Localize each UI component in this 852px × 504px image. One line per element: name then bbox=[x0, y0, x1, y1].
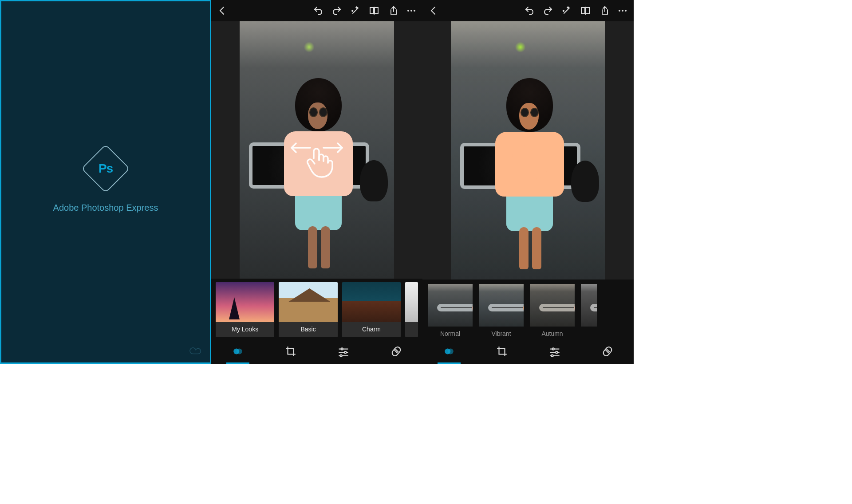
category-label bbox=[405, 322, 418, 330]
thumb-image bbox=[580, 283, 598, 327]
back-icon[interactable] bbox=[427, 4, 440, 17]
filter-label: Autumn bbox=[529, 327, 576, 337]
thumb-image bbox=[529, 283, 576, 327]
thumb-image bbox=[427, 283, 473, 327]
photo-canvas[interactable] bbox=[422, 21, 634, 280]
crop-icon[interactable] bbox=[494, 343, 510, 359]
edited-photo bbox=[451, 21, 605, 280]
thumb-image bbox=[478, 283, 525, 327]
share-icon[interactable] bbox=[386, 4, 399, 17]
sliders-icon[interactable] bbox=[547, 343, 563, 359]
heal-icon[interactable] bbox=[600, 343, 615, 359]
magic-wand-icon[interactable] bbox=[560, 4, 573, 17]
logo-letters: Ps bbox=[99, 161, 113, 176]
top-toolbar bbox=[211, 0, 422, 21]
bottom-toolbar bbox=[211, 339, 422, 364]
svg-point-24 bbox=[625, 10, 627, 12]
filter-normal[interactable]: Normal bbox=[427, 283, 473, 337]
sliders-icon[interactable] bbox=[335, 343, 351, 359]
filter-strip[interactable]: Normal Vibrant Autumn bbox=[422, 280, 634, 339]
editor-screen-categories: My Looks Basic Charm bbox=[211, 0, 422, 364]
filter-autumn[interactable]: Autumn bbox=[529, 283, 576, 337]
photo-canvas[interactable] bbox=[211, 21, 422, 279]
app-logo: Ps bbox=[88, 151, 123, 186]
svg-point-28 bbox=[552, 348, 554, 350]
svg-point-32 bbox=[551, 355, 553, 357]
top-toolbar bbox=[422, 0, 634, 21]
svg-point-22 bbox=[619, 10, 620, 12]
undo-icon[interactable] bbox=[312, 4, 325, 17]
thumb-image bbox=[342, 282, 401, 322]
more-icon[interactable] bbox=[616, 4, 629, 17]
swipe-hint-icon bbox=[288, 140, 346, 181]
filter-label bbox=[580, 327, 598, 330]
category-label: Basic bbox=[279, 322, 337, 337]
svg-point-15 bbox=[340, 355, 342, 357]
redo-icon[interactable] bbox=[541, 4, 555, 17]
more-icon[interactable] bbox=[405, 4, 418, 17]
filter-label: Normal bbox=[427, 327, 473, 337]
category-my-looks[interactable]: My Looks bbox=[216, 282, 274, 337]
undo-icon[interactable] bbox=[523, 4, 536, 17]
category-charm[interactable]: Charm bbox=[342, 282, 401, 337]
svg-point-13 bbox=[344, 351, 346, 353]
editor-screen-filters: Normal Vibrant Autumn bbox=[422, 0, 634, 364]
filter-label: Vibrant bbox=[478, 327, 525, 337]
share-icon[interactable] bbox=[597, 4, 611, 17]
svg-rect-1 bbox=[375, 8, 378, 14]
category-basic[interactable]: Basic bbox=[279, 282, 337, 337]
bottom-toolbar bbox=[422, 339, 634, 364]
creative-cloud-icon bbox=[189, 346, 202, 356]
svg-point-5 bbox=[414, 10, 415, 12]
thumb-image bbox=[279, 282, 337, 322]
svg-rect-20 bbox=[586, 8, 589, 14]
svg-point-3 bbox=[407, 10, 409, 12]
filter-vibrant[interactable]: Vibrant bbox=[478, 283, 525, 337]
redo-icon[interactable] bbox=[330, 4, 343, 17]
splash-screen: Ps Adobe Photoshop Express bbox=[0, 0, 211, 364]
svg-point-4 bbox=[410, 10, 412, 12]
app-title: Adobe Photoshop Express bbox=[53, 203, 158, 213]
svg-point-11 bbox=[341, 348, 343, 350]
heal-icon[interactable] bbox=[388, 343, 404, 359]
magic-wand-icon[interactable] bbox=[349, 4, 362, 17]
looks-icon[interactable] bbox=[230, 343, 246, 359]
back-icon[interactable] bbox=[216, 4, 229, 17]
category-next[interactable] bbox=[405, 282, 418, 337]
category-label: My Looks bbox=[216, 322, 274, 337]
category-strip[interactable]: My Looks Basic Charm bbox=[211, 279, 422, 339]
svg-point-9 bbox=[236, 349, 242, 354]
svg-point-26 bbox=[447, 349, 453, 354]
svg-point-30 bbox=[556, 351, 557, 353]
thumb-image bbox=[405, 282, 418, 322]
category-label: Charm bbox=[342, 322, 401, 337]
compare-icon[interactable] bbox=[579, 4, 592, 17]
thumb-image bbox=[216, 282, 274, 322]
svg-point-23 bbox=[622, 10, 623, 12]
looks-icon[interactable] bbox=[441, 343, 457, 359]
svg-rect-19 bbox=[581, 8, 585, 14]
svg-rect-0 bbox=[370, 8, 374, 14]
compare-icon[interactable] bbox=[367, 4, 381, 17]
crop-icon[interactable] bbox=[283, 343, 299, 359]
filter-next[interactable] bbox=[580, 283, 598, 337]
